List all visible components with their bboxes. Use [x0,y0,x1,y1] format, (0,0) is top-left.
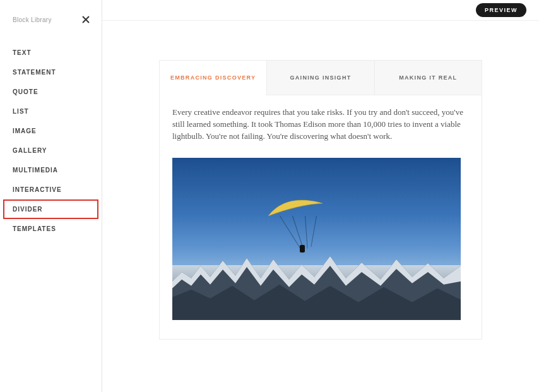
sidebar-item-label: IMAGE [13,128,37,134]
sidebar-item-label: TEXT [13,49,32,56]
sidebar-header: Block Library [0,0,102,35]
sidebar-item-label: DIVIDER [13,206,43,213]
sidebar-item-label: GALLERY [13,147,47,154]
tab-making-it-real[interactable]: MAKING IT REAL [374,61,482,95]
tab-label: MAKING IT REAL [399,74,457,81]
tab-label: EMBRACING DISCOVERY [170,74,256,81]
sidebar-item-image[interactable]: IMAGE [0,121,102,141]
sidebar-item-divider[interactable]: DIVIDER [0,199,102,219]
sidebar-item-gallery[interactable]: GALLERY [0,141,102,160]
content-wrap: EMBRACING DISCOVERY GAINING INSIGHT MAKI… [102,21,539,340]
tab-embracing-discovery[interactable]: EMBRACING DISCOVERY [160,61,266,95]
sidebar-title: Block Library [13,16,52,23]
paraglider-graphic [267,197,330,254]
main-area: PREVIEW EMBRACING DISCOVERY GAINING INSI… [102,0,539,392]
tab-label: GAINING INSIGHT [290,74,351,81]
sidebar-item-interactive[interactable]: INTERACTIVE [0,180,102,199]
sidebar-item-label: INTERACTIVE [13,186,62,193]
sidebar-item-label: STATEMENT [13,69,56,76]
sidebar-nav: TEXT STATEMENT QUOTE LIST IMAGE GALLERY … [0,43,102,239]
body-text: Every creative endeavor requires that yo… [172,107,469,143]
sidebar-item-statement[interactable]: STATEMENT [0,62,102,82]
sidebar-item-label: QUOTE [13,88,38,95]
preview-button[interactable]: PREVIEW [476,3,526,17]
topbar: PREVIEW [102,0,539,21]
content-card: EMBRACING DISCOVERY GAINING INSIGHT MAKI… [159,60,482,340]
sidebar-item-templates[interactable]: TEMPLATES [0,219,102,239]
hero-image [172,158,461,320]
sidebar-item-text[interactable]: TEXT [0,43,102,62]
app-root: Block Library TEXT STATEMENT QUOTE LIST … [0,0,539,392]
sidebar-item-label: TEMPLATES [13,225,56,232]
sidebar-item-label: MULTIMEDIA [13,167,58,174]
sidebar-item-multimedia[interactable]: MULTIMEDIA [0,160,102,180]
card-body: Every creative endeavor requires that yo… [160,95,482,339]
tab-bar: EMBRACING DISCOVERY GAINING INSIGHT MAKI… [160,61,482,95]
sidebar-item-label: LIST [13,108,29,115]
block-library-sidebar: Block Library TEXT STATEMENT QUOTE LIST … [0,0,102,392]
sidebar-item-list[interactable]: LIST [0,102,102,121]
mountains-graphic [172,247,461,320]
close-icon[interactable] [81,15,90,24]
sidebar-item-quote[interactable]: QUOTE [0,82,102,102]
tab-gaining-insight[interactable]: GAINING INSIGHT [266,61,374,95]
